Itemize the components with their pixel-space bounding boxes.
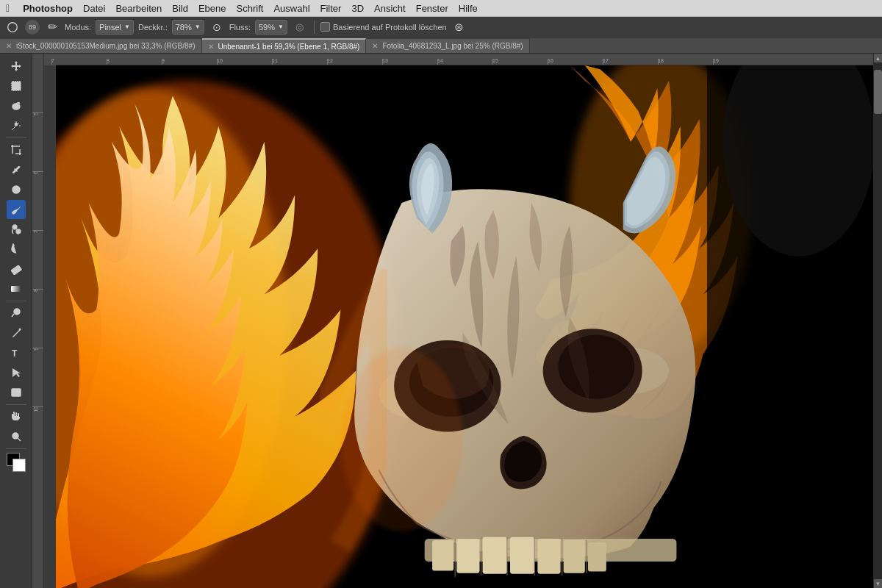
artwork-svg	[56, 65, 873, 588]
menu-filter[interactable]: Filter	[320, 3, 342, 14]
scroll-track-right[interactable]	[874, 62, 882, 579]
history-brush-tool[interactable]	[7, 240, 26, 259]
ruler-tick-18h	[658, 59, 659, 65]
menu-datei[interactable]: Datei	[83, 3, 105, 14]
menu-ansicht[interactable]: Ansicht	[374, 3, 406, 14]
path-selection-tool[interactable]	[7, 363, 26, 382]
toolbar: T	[0, 54, 32, 588]
ruler-tick-8h	[107, 59, 107, 65]
svg-point-19	[14, 309, 20, 315]
svg-rect-18	[11, 286, 21, 292]
tool-separator-2	[6, 301, 26, 301]
svg-rect-41	[537, 539, 560, 574]
ruler-num-18h: 18	[658, 58, 664, 63]
tab-close-icon[interactable]: ✕	[6, 42, 12, 50]
marquee-tool[interactable]	[7, 76, 26, 96]
ruler-num-15h: 15	[492, 58, 498, 63]
tool-separator-3	[6, 404, 26, 405]
tab-istock-label: iStock_000000105153Medium.jpg bei 33,3% …	[16, 42, 196, 50]
ruler-num-12h: 12	[327, 58, 333, 63]
protokoll-label: Basierend auf Protokoll löschen	[333, 23, 447, 32]
svg-rect-1	[12, 82, 21, 90]
menu-schrift[interactable]: Schrift	[237, 3, 264, 14]
eyedropper-tool[interactable]	[7, 160, 26, 179]
svg-rect-42	[564, 540, 585, 573]
tool-mode-icon[interactable]: ✏	[44, 19, 60, 35]
fluss-dropdown[interactable]: 59% ▼	[255, 20, 287, 35]
deckk-dropdown[interactable]: 78% ▼	[172, 20, 204, 35]
tool-separator-1	[6, 137, 26, 138]
move-tool[interactable]	[7, 57, 26, 76]
ruler-tick-11h	[272, 59, 273, 65]
airbrush-icon[interactable]: ◎	[292, 19, 308, 35]
erase-icon[interactable]: ⊛	[451, 19, 467, 35]
crop-tool[interactable]	[7, 140, 26, 159]
menu-fenster[interactable]: Fenster	[416, 3, 448, 14]
ruler-tick-12h	[327, 59, 328, 65]
tab-unbenannt[interactable]: ✕ Unbenannt-1 bei 59,3% (Ebene 1, RGB/8#…	[202, 38, 367, 53]
tab-fotolia[interactable]: ✕ Fotolia_40681293_L.jpg bei 25% (RGB/8#…	[366, 38, 529, 53]
ruler-tick-10	[32, 406, 44, 407]
svg-rect-23	[12, 389, 21, 396]
menu-bearbeiten[interactable]: Bearbeiten	[115, 3, 162, 14]
menu-ebene[interactable]: Ebene	[198, 3, 226, 14]
lasso-tool[interactable]	[7, 96, 26, 115]
ruler-num-11h: 11	[272, 58, 278, 63]
menu-hilfe[interactable]: Hilfe	[459, 3, 478, 14]
ruler-tick-7	[32, 230, 44, 231]
scroll-up-arrow[interactable]: ▲	[874, 54, 883, 62]
svg-rect-40	[510, 537, 534, 574]
ruler-num-16h: 16	[548, 58, 553, 63]
gradient-tool[interactable]	[7, 279, 26, 298]
menu-auswahl[interactable]: Auswahl	[273, 3, 309, 14]
ruler-tick-6	[32, 171, 44, 172]
color-swatches[interactable]	[7, 453, 26, 472]
clone-stamp-tool[interactable]	[7, 220, 26, 239]
ruler-num-10h: 10	[217, 58, 223, 63]
tool-separator-4	[6, 448, 26, 449]
tab-fotolia-label: Fotolia_40681293_L.jpg bei 25% (RGB/8#)	[382, 42, 523, 50]
eraser-tool[interactable]	[7, 259, 26, 279]
menu-3d[interactable]: 3D	[351, 3, 364, 14]
hand-tool[interactable]	[7, 407, 26, 426]
ruler-top: 7 8 9 10 11 12 13 14 15 16 17	[44, 54, 873, 65]
pen-tool[interactable]	[7, 323, 26, 343]
svg-text:T: T	[12, 348, 18, 359]
ruler-tick-10h	[217, 59, 218, 65]
type-tool[interactable]: T	[7, 343, 26, 362]
tab-close-icon-fotolia[interactable]: ✕	[372, 42, 378, 50]
scroll-thumb-right[interactable]	[874, 70, 882, 114]
magic-wand-tool[interactable]	[7, 116, 26, 135]
menu-photoshop[interactable]: Photoshop	[23, 3, 73, 14]
brush-tool[interactable]	[7, 200, 26, 219]
svg-point-50	[340, 348, 462, 531]
modus-dropdown[interactable]: Pinsel ▼	[96, 20, 134, 35]
svg-line-20	[12, 314, 14, 317]
image-canvas[interactable]	[56, 65, 873, 588]
svg-line-25	[18, 438, 21, 441]
tab-close-icon-active[interactable]: ✕	[208, 43, 214, 51]
brush-preset-icon[interactable]	[4, 19, 21, 35]
scroll-down-arrow[interactable]: ▼	[874, 579, 883, 588]
deckk-label: Deckkr.:	[138, 23, 168, 32]
ruler-tick-7h	[51, 59, 52, 65]
ruler-tick-5	[32, 112, 44, 113]
tab-istock[interactable]: ✕ iStock_000000105153Medium.jpg bei 33,3…	[0, 38, 202, 53]
protokoll-checkbox[interactable]	[320, 22, 330, 32]
scrollbar-right[interactable]: ▲ ▼	[873, 54, 882, 588]
ruler-tick-17h	[603, 59, 603, 65]
background-color[interactable]	[12, 459, 26, 472]
apple-logo-icon[interactable]: 	[6, 2, 10, 14]
menu-bar:  Photoshop Datei Bearbeiten Bild Ebene …	[0, 0, 882, 17]
svg-line-5	[18, 123, 19, 123]
svg-rect-17	[11, 265, 21, 275]
shape-tool[interactable]	[7, 383, 26, 402]
svg-rect-38	[456, 539, 479, 573]
spot-healing-tool[interactable]	[7, 180, 26, 199]
canvas-wrapper: 5 6 7 8 9 10 7 8 9	[32, 54, 882, 588]
brush-size-indicator[interactable]: 89	[25, 20, 40, 35]
pressure-icon[interactable]: ⊙	[209, 19, 225, 35]
menu-bild[interactable]: Bild	[172, 3, 188, 14]
dodge-tool[interactable]	[7, 304, 26, 323]
zoom-tool[interactable]	[7, 427, 26, 446]
